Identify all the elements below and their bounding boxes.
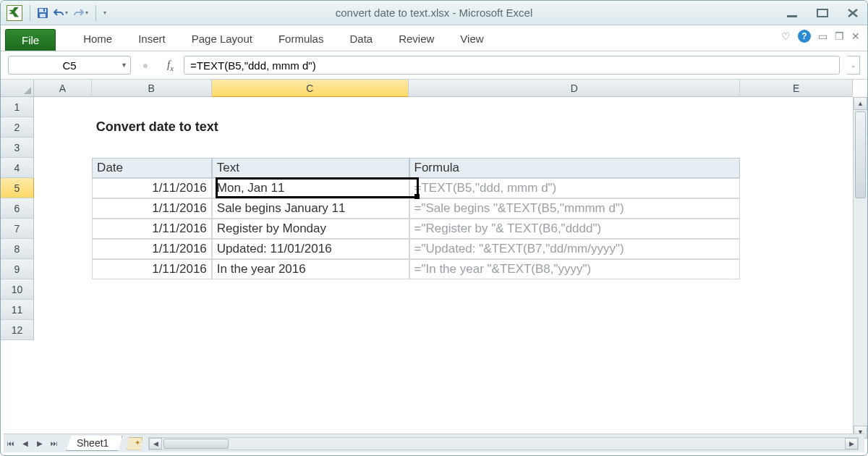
cell-A4[interactable] [34, 158, 92, 178]
formula-bar[interactable]: =TEXT(B5,"ddd, mmm d") [184, 56, 840, 75]
cell-C7[interactable]: Register by Monday [212, 219, 409, 239]
cell-A9[interactable] [34, 259, 92, 279]
cell-A6[interactable] [34, 198, 92, 219]
cell-E2[interactable] [741, 117, 853, 138]
cell-D6[interactable]: ="Sale begins "&TEXT(B5,"mmmm d") [409, 198, 741, 219]
cell-C1[interactable] [212, 97, 409, 117]
tab-insert[interactable]: Insert [125, 28, 179, 51]
cell-E5[interactable] [740, 178, 853, 198]
cell-B11[interactable] [92, 300, 212, 320]
cell-C4[interactable]: Text [212, 158, 409, 178]
row-header-2[interactable]: 2 [1, 117, 34, 138]
col-header-D[interactable]: D [409, 80, 740, 97]
cell-E3[interactable] [740, 138, 853, 158]
close-button[interactable] [844, 7, 861, 20]
cell-D4[interactable]: Formula [409, 158, 741, 178]
window-minimize-icon[interactable]: ▭ [818, 30, 827, 42]
cell-D8[interactable]: ="Updated: "&TEXT(B7,"dd/mm/yyyy") [409, 239, 741, 259]
row-header-3[interactable]: 3 [1, 138, 34, 158]
qat-customize-icon[interactable]: ▾ [103, 9, 109, 16]
cell-D1[interactable] [409, 97, 741, 117]
scroll-right-button[interactable]: ▶ [845, 438, 858, 449]
tab-review[interactable]: Review [386, 28, 447, 51]
horizontal-scroll-thumb[interactable] [163, 439, 229, 449]
cell-B10[interactable] [92, 279, 212, 300]
vertical-scroll-thumb[interactable] [855, 111, 866, 198]
row-header-12[interactable]: 12 [1, 320, 34, 340]
cell-C5[interactable]: Mon, Jan 11 [212, 178, 409, 198]
cell-B6[interactable]: 1/11/2016 [92, 198, 212, 219]
undo-dropdown-icon[interactable]: ▾ [65, 9, 71, 16]
horizontal-scrollbar[interactable]: ◀ ▶ [148, 437, 859, 450]
cell-E11[interactable] [740, 300, 853, 320]
col-header-C[interactable]: C [212, 80, 409, 97]
row-header-10[interactable]: 10 [1, 279, 34, 300]
cell-A12[interactable] [34, 320, 92, 340]
cell-D12[interactable] [409, 320, 741, 340]
help-icon[interactable]: ? [798, 30, 811, 43]
cell-E7[interactable] [740, 219, 853, 239]
namebox-dropdown-icon[interactable]: ▼ [121, 62, 127, 69]
cell-A1[interactable] [34, 97, 92, 117]
cell-D3[interactable] [409, 138, 741, 158]
new-sheet-button[interactable] [127, 437, 142, 450]
cell-B1[interactable] [92, 97, 212, 117]
col-header-E[interactable]: E [740, 80, 853, 97]
row-header-4[interactable]: 4 [1, 158, 34, 178]
undo-icon[interactable] [51, 5, 67, 21]
cell-E12[interactable] [740, 320, 853, 340]
cell-B4[interactable]: Date [92, 158, 212, 178]
cell-B3[interactable] [92, 138, 212, 158]
cell-C12[interactable] [212, 320, 409, 340]
cell-D10[interactable] [409, 279, 741, 300]
cell-B9[interactable]: 1/11/2016 [92, 259, 212, 279]
cell-C10[interactable] [212, 279, 409, 300]
cell-A3[interactable] [34, 138, 92, 158]
col-header-A[interactable]: A [34, 80, 92, 97]
excel-app-icon[interactable] [7, 5, 22, 21]
cell-E4[interactable] [740, 158, 853, 178]
tab-formulas[interactable]: Formulas [265, 28, 337, 51]
file-tab[interactable]: File [5, 29, 56, 51]
tab-data[interactable]: Data [336, 28, 386, 51]
cell-C9[interactable]: In the year 2016 [212, 259, 409, 279]
cell-D2[interactable] [411, 117, 740, 138]
cell-C8[interactable]: Updated: 11/01/2016 [212, 239, 409, 259]
row-header-8[interactable]: 8 [1, 239, 34, 259]
cell-A7[interactable] [34, 219, 92, 239]
cell-D7[interactable]: ="Register by "& TEXT(B6,"dddd") [409, 219, 741, 239]
maximize-button[interactable] [814, 7, 831, 20]
cell-B5[interactable]: 1/11/2016 [92, 178, 212, 198]
row-header-11[interactable]: 11 [1, 300, 34, 320]
tab-view[interactable]: View [447, 28, 496, 51]
vertical-scrollbar[interactable]: ▲ ▼ [853, 97, 867, 439]
cell-E8[interactable] [740, 239, 853, 259]
redo-icon[interactable] [71, 5, 87, 21]
cell-E10[interactable] [740, 279, 853, 300]
cell-C3[interactable] [212, 138, 409, 158]
cell-C11[interactable] [212, 300, 409, 320]
fx-icon[interactable]: fx [164, 59, 176, 72]
cell-D9[interactable]: ="In the year "&TEXT(B8,"yyyy") [409, 259, 741, 279]
select-all-corner[interactable] [1, 80, 34, 97]
row-header-5[interactable]: 5 [1, 178, 34, 198]
row-header-1[interactable]: 1 [1, 97, 34, 117]
tab-home[interactable]: Home [70, 28, 125, 51]
cell-B12[interactable] [92, 320, 212, 340]
cell-D11[interactable] [409, 300, 741, 320]
sheet-nav-first-icon[interactable]: ⏮ [4, 436, 18, 451]
cell-E9[interactable] [740, 259, 853, 279]
window-close-icon[interactable]: ✕ [851, 30, 860, 42]
tab-page-layout[interactable]: Page Layout [179, 28, 265, 51]
window-restore-icon[interactable]: ❐ [835, 30, 844, 42]
save-icon[interactable] [35, 5, 51, 21]
row-header-9[interactable]: 9 [1, 259, 34, 279]
cell-A5[interactable] [34, 178, 92, 198]
cell-B2[interactable]: Convert date to text [92, 117, 215, 138]
row-header-7[interactable]: 7 [1, 219, 34, 239]
sheet-tab-sheet1[interactable]: Sheet1 [66, 436, 122, 451]
col-header-B[interactable]: B [92, 80, 212, 97]
formula-expand-icon[interactable]: ⌄ [847, 56, 860, 75]
sheet-nav-next-icon[interactable]: ▶ [33, 436, 47, 451]
cell-B7[interactable]: 1/11/2016 [92, 219, 212, 239]
